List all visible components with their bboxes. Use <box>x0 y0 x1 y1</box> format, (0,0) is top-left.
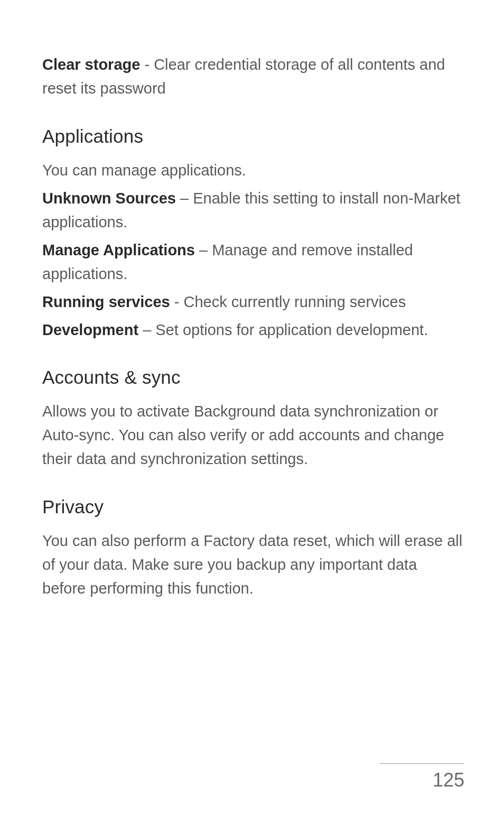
accounts-sync-body: Allows you to activate Background data s… <box>42 400 464 471</box>
development-text: – Set options for application developmen… <box>138 321 428 338</box>
running-services-label: Running services <box>42 293 170 310</box>
running-services-text: - Check currently running services <box>170 293 406 310</box>
manage-applications-paragraph: Manage Applications – Manage and remove … <box>42 238 464 286</box>
page-number-divider <box>380 763 464 764</box>
page-footer: 125 <box>380 763 464 791</box>
document-page: Clear storage - Clear credential storage… <box>0 0 504 636</box>
privacy-heading: Privacy <box>42 496 464 517</box>
applications-intro: You can manage applications. <box>42 159 464 182</box>
unknown-sources-label: Unknown Sources <box>42 190 176 207</box>
running-services-paragraph: Running services - Check currently runni… <box>42 290 464 314</box>
clear-storage-label: Clear storage <box>42 56 140 73</box>
unknown-sources-paragraph: Unknown Sources – Enable this setting to… <box>42 187 464 234</box>
manage-applications-label: Manage Applications <box>42 242 195 258</box>
privacy-body: You can also perform a Factory data rese… <box>42 529 464 600</box>
clear-storage-paragraph: Clear storage - Clear credential storage… <box>42 53 464 100</box>
development-paragraph: Development – Set options for applicatio… <box>42 318 464 342</box>
accounts-sync-heading: Accounts & sync <box>42 367 464 388</box>
development-label: Development <box>42 321 138 338</box>
applications-heading: Applications <box>42 126 464 147</box>
page-number: 125 <box>380 769 464 791</box>
